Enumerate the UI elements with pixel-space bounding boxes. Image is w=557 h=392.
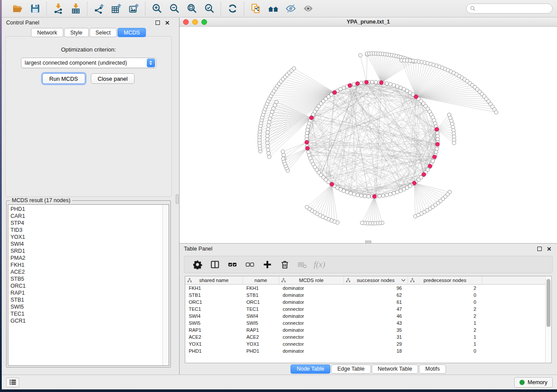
mcds-result-item[interactable]: PHD1 [10, 206, 163, 213]
hide-selected-button[interactable] [282, 2, 299, 16]
table-panel-float-button[interactable] [536, 245, 543, 252]
column-header-predecessor-nodes[interactable]: predecessor nodes [408, 276, 482, 284]
attribute-type-icon [346, 278, 350, 282]
apply-preferred-layout-button[interactable] [224, 2, 241, 16]
network-titlebar[interactable]: YPA_prune.txt_1 [180, 17, 557, 27]
maximize-window-icon[interactable] [201, 19, 207, 25]
tab-network[interactable]: Network [31, 28, 63, 37]
import-table-from-file-button[interactable] [67, 2, 84, 16]
table-row[interactable]: YOX1YOX1connector291 [185, 340, 545, 347]
tab-node-table[interactable]: Node Table [291, 364, 330, 374]
split-panel-columns-button[interactable] [207, 258, 223, 272]
mcds-result-list[interactable]: PHD1CAR1STP4TID3YOX1SWI4SRD1PMA2FKH1ACE2… [8, 204, 169, 366]
delete-table-button[interactable] [294, 258, 310, 272]
export-table-button[interactable] [107, 2, 125, 16]
mcds-result-item[interactable]: SWI5 [10, 303, 163, 310]
memory-button[interactable]: Memory [514, 377, 553, 388]
list-icon [9, 379, 17, 385]
mcds-result-item[interactable]: STP4 [10, 220, 163, 227]
memory-status-icon [519, 380, 525, 385]
control-panel-close-button[interactable]: ✕ [164, 19, 171, 26]
mcds-result-item[interactable]: GCR1 [10, 317, 163, 324]
tab-style[interactable]: Style [64, 28, 89, 37]
mcds-result-item[interactable]: TEC1 [10, 310, 163, 317]
table-panel-close-button[interactable]: ✕ [546, 245, 553, 252]
table-scrollbar[interactable] [545, 276, 551, 363]
mcds-result-item[interactable]: RAP1 [10, 289, 163, 296]
tab-network-table[interactable]: Network Table [372, 364, 419, 374]
delete-columns-button[interactable] [277, 258, 293, 272]
mcds-result-item[interactable]: YOX1 [10, 234, 163, 241]
tab-motifs[interactable]: Motifs [419, 364, 446, 374]
table-row[interactable]: ACE2ACE2connector311 [185, 334, 545, 340]
table-cell: connector [279, 320, 344, 327]
mcds-result-item[interactable]: TID3 [10, 227, 163, 234]
mcds-tab-content: Optimization criterion: largest connecte… [5, 36, 172, 197]
column-header-label: successor nodes [357, 278, 394, 283]
export-network-button[interactable] [90, 2, 107, 16]
table-row[interactable]: RAP1RAP1dominator352 [185, 327, 545, 334]
mcds-result-item[interactable]: CAR1 [10, 213, 163, 220]
sort-desc-icon [401, 279, 405, 282]
network-canvas[interactable] [180, 27, 557, 243]
table-scrollbar-thumb[interactable] [547, 279, 550, 327]
minimize-window-icon[interactable] [192, 19, 198, 25]
table-row[interactable]: PHD1PHD1dominator180 [185, 347, 545, 354]
mcds-result-item[interactable]: PMA2 [10, 254, 163, 261]
tab-edge-table[interactable]: Edge Table [331, 364, 370, 374]
zoom-in-button[interactable] [148, 2, 166, 16]
zoom-selected-region-button[interactable] [201, 2, 218, 16]
column-header-shared-name[interactable]: shared name [185, 276, 243, 284]
table-row[interactable]: TEC1TEC1connector472 [185, 306, 545, 313]
save-session-button[interactable] [26, 2, 44, 16]
mcds-result-item[interactable]: SWI4 [10, 241, 163, 248]
mcds-result-item[interactable]: STB5 [10, 275, 163, 282]
run-mcds-button[interactable]: Run MCDS [42, 73, 85, 84]
close-window-icon[interactable] [183, 19, 189, 25]
function-builder-icon[interactable]: f(x) [312, 260, 325, 269]
unselect-all-columns-button[interactable] [242, 258, 258, 272]
tab-mcds[interactable]: MCDS [118, 28, 146, 37]
duplicate-current-network-button[interactable] [247, 2, 264, 16]
table-cell: 2 [408, 327, 482, 334]
horizontal-splitter-grip[interactable] [365, 241, 371, 243]
column-header-MCDS-role[interactable]: MCDS role [279, 276, 344, 284]
tab-select[interactable]: Select [90, 28, 117, 37]
main-toolbar [2, 0, 557, 17]
column-header-name[interactable]: name [243, 276, 279, 284]
mcds-result-item[interactable]: FKH1 [10, 261, 163, 268]
zoom-fit-content-button[interactable] [183, 2, 201, 16]
attribute-type-icon [187, 278, 192, 282]
mcds-list-scrollbar[interactable] [163, 205, 169, 365]
table-row[interactable]: SWI5SWI5connector431 [185, 320, 545, 327]
zoom-out-button[interactable] [166, 2, 183, 16]
export-image-button[interactable] [125, 2, 142, 16]
mcds-result-item[interactable]: SRD1 [10, 248, 163, 254]
table-row[interactable]: STB1STB1dominator620 [185, 292, 545, 299]
table-settings-gear-button[interactable] [190, 258, 205, 272]
import-network-from-file-button[interactable] [49, 2, 67, 16]
open-session-button[interactable] [9, 2, 26, 16]
close-panel-button[interactable]: Close panel [91, 73, 135, 84]
network-title: YPA_prune.txt_1 [180, 19, 557, 25]
mcds-result-item[interactable]: ACE2 [10, 268, 163, 275]
column-header-successor-nodes[interactable]: successor nodes [344, 276, 408, 284]
select-all-columns-button[interactable] [225, 258, 240, 272]
search-input[interactable] [478, 6, 549, 12]
table-row[interactable]: ORC1ORC1dominator610 [185, 299, 545, 306]
table-cell: YOX1 [243, 340, 279, 347]
control-panel-float-button[interactable] [154, 19, 161, 26]
optimization-criterion-select[interactable]: largest connected component (undirected) [21, 58, 156, 68]
first-neighbors-of-selected-button[interactable] [264, 2, 282, 16]
mcds-result-item[interactable]: STB1 [10, 296, 163, 303]
vertical-splitter[interactable] [175, 17, 180, 375]
search-box[interactable] [466, 3, 553, 14]
table-cell: 18 [344, 347, 408, 354]
show-all-button[interactable] [299, 2, 317, 16]
table-row[interactable]: FKH1FKH1dominator962 [185, 285, 545, 292]
create-new-column-button[interactable] [259, 258, 275, 272]
task-history-button[interactable] [6, 378, 19, 387]
table-row[interactable]: SWI4SWI4dominator462 [185, 313, 545, 320]
mcds-result-item[interactable]: ORC1 [10, 282, 163, 289]
splitter-grip[interactable] [176, 194, 179, 204]
